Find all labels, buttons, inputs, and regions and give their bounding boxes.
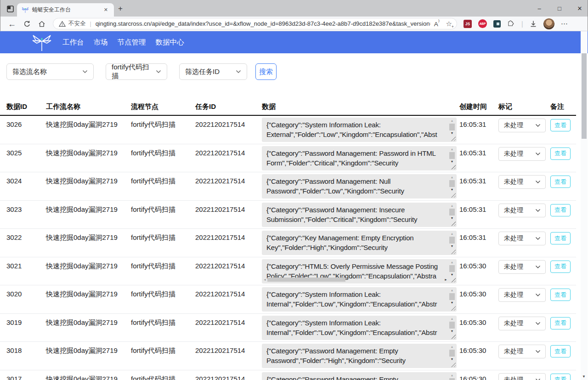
view-button[interactable]: 查看 [550, 374, 571, 380]
view-button[interactable]: 查看 [550, 289, 571, 301]
view-button[interactable]: 查看 [550, 317, 571, 329]
tab-close-icon[interactable]: ✕ [102, 6, 110, 14]
mark-select[interactable]: 未处理 [498, 288, 546, 302]
scroll-up-icon[interactable]: ▲ [451, 345, 454, 349]
mark-select[interactable]: 未处理 [498, 119, 546, 132]
scroll-up-icon[interactable]: ▲ [451, 119, 454, 123]
scroll-down-icon[interactable]: ▼ [451, 357, 454, 361]
scroll-thumb[interactable] [449, 209, 455, 216]
scroll-down-icon[interactable]: ▼ [451, 188, 454, 192]
flow-node-select[interactable]: fortify代码扫描 [106, 63, 167, 80]
scroll-up-icon[interactable]: ▲ [451, 176, 454, 179]
downloads-icon[interactable] [530, 20, 537, 28]
scroll-thumb[interactable] [449, 378, 455, 380]
view-button[interactable]: 查看 [550, 176, 571, 188]
scroll-down-icon[interactable]: ▼ [451, 131, 454, 135]
scroll-thumb[interactable] [449, 350, 455, 357]
mark-select[interactable]: 未处理 [498, 175, 546, 189]
mark-select[interactable]: 未处理 [498, 204, 546, 217]
textarea-vertical-scrollbar[interactable]: ▲ ▼ [449, 317, 455, 333]
address-bar[interactable]: 不安全 | qingting.starcross.cn/api/edge_dat… [53, 18, 457, 29]
view-button[interactable]: 查看 [550, 232, 571, 244]
textarea-vertical-scrollbar[interactable]: ▲ ▼ [449, 176, 455, 192]
scroll-down-icon[interactable]: ▼ [451, 329, 454, 333]
data-textarea[interactable]: {"Category":"Password Management: Empty … [262, 372, 457, 380]
view-button[interactable]: 查看 [550, 119, 571, 131]
data-textarea[interactable]: {"Category":"System Information Leak: In… [262, 287, 457, 312]
scroll-up-icon[interactable]: ▲ [451, 317, 454, 321]
textarea-vertical-scrollbar[interactable]: ▲ ▼ [449, 289, 455, 305]
maximize-button[interactable]: □ [555, 5, 564, 12]
read-aloud-icon[interactable]: A) [434, 20, 440, 28]
favorite-star-icon[interactable]: ☆+ [446, 20, 452, 28]
back-icon[interactable]: ← [8, 20, 16, 28]
scroll-thumb[interactable] [449, 180, 455, 187]
scroll-thumb[interactable] [449, 124, 455, 130]
settings-more-icon[interactable]: ⋯ [561, 20, 568, 28]
scroll-thumb[interactable] [449, 265, 455, 272]
mark-select[interactable]: 未处理 [498, 317, 546, 330]
new-tab-button[interactable]: + [118, 4, 123, 13]
nav-item-market[interactable]: 市场 [94, 38, 108, 47]
view-button[interactable]: 查看 [550, 204, 571, 216]
extensions-puzzle-icon[interactable] [507, 20, 515, 28]
data-textarea[interactable]: {"Category":"Password Management: Passwo… [262, 146, 457, 170]
textarea-vertical-scrollbar[interactable]: ▲ ▼ [449, 345, 455, 361]
scroll-up-icon[interactable]: ▲ [451, 374, 454, 377]
mark-select[interactable]: 未处理 [498, 232, 546, 245]
mark-select[interactable]: 未处理 [498, 260, 546, 274]
minimize-button[interactable]: – [535, 5, 543, 12]
nav-item-data-center[interactable]: 数据中心 [156, 38, 184, 47]
textarea-vertical-scrollbar[interactable]: ▲ ▼ [449, 204, 455, 220]
scroll-up-icon[interactable]: ▲ [451, 147, 454, 151]
home-icon[interactable] [38, 20, 45, 28]
js-extension-icon[interactable]: JS [464, 20, 472, 28]
flow-name-select[interactable]: 筛选流名称 [6, 63, 94, 80]
scroll-thumb[interactable] [449, 293, 455, 300]
data-textarea[interactable]: {"Category":"Password Management: Insecu… [262, 203, 457, 227]
view-button[interactable]: 查看 [550, 261, 571, 273]
mark-select[interactable]: 未处理 [498, 373, 546, 380]
adblock-extension-icon[interactable]: ABP [478, 19, 487, 28]
textarea-vertical-scrollbar[interactable]: ▲ ▼ [449, 374, 455, 380]
scroll-up-icon[interactable]: ▲ [451, 232, 454, 236]
data-textarea[interactable]: {"Category":"HTML5: Overly Permissive Me… [262, 259, 457, 284]
textarea-vertical-scrollbar[interactable]: ▲ ▼ [449, 147, 455, 164]
textarea-vertical-scrollbar[interactable]: ▲ ▼ [449, 232, 455, 248]
scroll-up-icon[interactable]: ▲ [451, 204, 454, 208]
search-button[interactable]: 搜索 [255, 63, 277, 80]
browser-tab[interactable]: 蜻蜓安全工作台 ✕ [17, 3, 114, 17]
dark-extension-icon[interactable] [493, 20, 501, 28]
textarea-horizontal-scrollbar[interactable]: ◄ ► [263, 277, 447, 282]
url-text[interactable]: qingting.starcross.cn/api/edge_data/inde… [96, 20, 430, 27]
view-button[interactable]: 查看 [550, 345, 571, 357]
page-scroll-thumb[interactable] [582, 53, 587, 139]
data-textarea[interactable]: {"Category":"System Information Leak: Ex… [262, 118, 457, 142]
task-id-select[interactable]: 筛选任务ID [179, 63, 247, 80]
mark-select[interactable]: 未处理 [498, 147, 546, 161]
data-textarea[interactable]: {"Category":"Key Management: Empty Encry… [262, 231, 457, 255]
profile-avatar[interactable] [543, 18, 554, 29]
page-scroll-down-icon[interactable]: ▼ [582, 374, 586, 379]
scroll-thumb[interactable] [449, 322, 455, 329]
page-scrollbar[interactable]: ▼ [581, 31, 588, 380]
scroll-down-icon[interactable]: ▼ [451, 273, 454, 277]
hscroll-thumb[interactable] [267, 278, 345, 282]
refresh-icon[interactable] [23, 20, 31, 28]
nav-item-workbench[interactable]: 工作台 [62, 38, 84, 47]
mark-select[interactable]: 未处理 [498, 345, 546, 358]
data-textarea[interactable]: {"Category":"Password Management: Empty … [262, 344, 457, 368]
scroll-right-icon[interactable]: ► [444, 278, 447, 281]
scroll-down-icon[interactable]: ▼ [451, 160, 454, 164]
textarea-vertical-scrollbar[interactable]: ▲ ▼ [449, 261, 455, 277]
scroll-up-icon[interactable]: ▲ [451, 289, 454, 292]
security-label[interactable]: 不安全 [68, 20, 86, 28]
scroll-left-icon[interactable]: ◄ [263, 278, 266, 281]
textarea-vertical-scrollbar[interactable]: ▲ ▼ [449, 119, 455, 135]
scroll-down-icon[interactable]: ▼ [451, 216, 454, 220]
data-textarea[interactable]: {"Category":"System Information Leak: In… [262, 316, 457, 340]
tab-actions-menu-icon[interactable] [5, 4, 15, 14]
close-button[interactable]: ✕ [576, 5, 584, 12]
scroll-up-icon[interactable]: ▲ [451, 261, 454, 264]
data-textarea[interactable]: {"Category":"Password Management: Null P… [262, 174, 457, 199]
